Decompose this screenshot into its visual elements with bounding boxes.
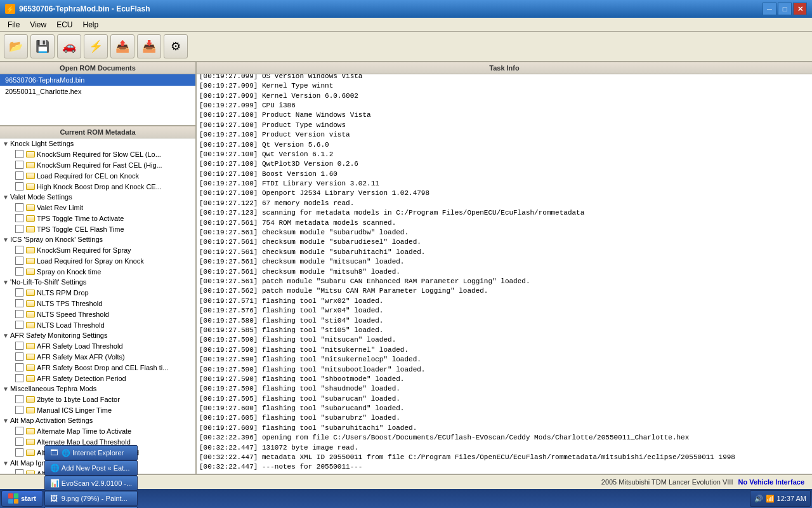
taskbar-item[interactable]: 📊EvoScan v2.9.0100 -...: [44, 476, 138, 491]
rom-item[interactable]: 20550011_Charlotte.hex: [0, 86, 195, 97]
taskbar-item[interactable]: 🌐Add New Post « Eat...: [44, 460, 138, 476]
tree-item-checkbox[interactable]: [15, 352, 23, 361]
tree-item[interactable]: Alternate Map Time to Activate: [0, 425, 195, 436]
log-line: [00:19:27.100] Qwt Version 6.1.2: [199, 150, 809, 159]
upload-icon[interactable]: 📤: [110, 34, 134, 58]
tree-item[interactable]: Valet Rev Limit: [0, 202, 195, 213]
tree-item-checkbox[interactable]: [15, 257, 23, 265]
download-icon[interactable]: 📥: [137, 34, 161, 58]
task-log[interactable]: [00:19:27.099] Logging to file C:/Users/…: [197, 74, 812, 474]
tree-section-header[interactable]: ▼'No-Lift-To-Shift' Settings: [0, 277, 195, 287]
tree-item-checkbox[interactable]: [15, 182, 23, 190]
start-button[interactable]: start: [1, 490, 43, 507]
tree-section: ▼Miscellaneous Tephra Mods2byte to 1byte…: [0, 384, 195, 415]
tree-item-checkbox[interactable]: [15, 310, 23, 318]
tree-item-checkbox[interactable]: [15, 246, 23, 254]
tree-item[interactable]: TPS Toggle Time to Activate: [0, 213, 195, 224]
tree-item-icon: [26, 269, 35, 275]
save-icon[interactable]: 💾: [30, 34, 55, 58]
tree-item-checkbox[interactable]: [15, 171, 23, 180]
car-icon[interactable]: 🚗: [57, 34, 81, 58]
tree-item[interactable]: AFR Safety Max AFR (Volts): [0, 351, 195, 362]
tree-item-checkbox[interactable]: [15, 374, 23, 382]
tree-item-checkbox[interactable]: [15, 150, 23, 158]
menu-item-file[interactable]: File: [3, 19, 25, 30]
minimize-button[interactable]: ─: [763, 3, 776, 15]
tree-item-checkbox[interactable]: [15, 469, 23, 474]
tree-section: ▼'No-Lift-To-Shift' SettingsNLTS RPM Dro…: [0, 277, 195, 330]
flash-icon[interactable]: ⚡: [84, 34, 108, 58]
tree-item[interactable]: NLTS Load Threshold: [0, 319, 195, 330]
tree-section-header[interactable]: ▼Knock Light Settings: [0, 138, 195, 149]
menu-item-view[interactable]: View: [25, 19, 51, 30]
tree-item-checkbox[interactable]: [15, 438, 23, 446]
tree-item-checkbox[interactable]: [15, 342, 23, 350]
maximize-button[interactable]: □: [778, 3, 792, 15]
tree-section-header[interactable]: ▼Alt Map Activation Settings: [0, 415, 195, 425]
metadata-tree[interactable]: ▼Knock Light SettingsKnockSum Required f…: [0, 138, 195, 474]
tree-item-checkbox[interactable]: [15, 161, 23, 169]
tree-item-checkbox[interactable]: [15, 321, 23, 329]
menu-item-ecu[interactable]: ECU: [51, 19, 77, 30]
tree-item-checkbox[interactable]: [15, 363, 23, 371]
tree-item[interactable]: AFR Safety Detection Period: [0, 373, 195, 384]
open-icon[interactable]: 📂: [4, 34, 28, 58]
tree-item-checkbox[interactable]: [15, 267, 23, 276]
tree-item-label: TPS Toggle CEL Flash Time: [37, 225, 124, 233]
log-line: [00:32:22.447] ---notes for 20550011---: [199, 462, 809, 472]
tree-item-label: NLTS RPM Drop: [37, 289, 89, 297]
tree-item[interactable]: NLTS Speed Threshold: [0, 309, 195, 319]
tree-item[interactable]: Spray on Knock time: [0, 266, 195, 277]
log-line: [00:19:27.590] flashing tool "shaudmode"…: [199, 384, 809, 394]
tree-item[interactable]: NLTS RPM Drop: [0, 287, 195, 298]
menu-item-help[interactable]: Help: [77, 19, 103, 30]
tree-section-header[interactable]: ▼Valet Mode Settings: [0, 192, 195, 202]
menubar: FileViewECUHelp: [0, 18, 812, 32]
close-button[interactable]: ✕: [793, 3, 807, 15]
tree-item-checkbox[interactable]: [15, 225, 23, 233]
tree-item-label: Load Required for CEL on Knock: [37, 172, 139, 180]
tree-item-checkbox[interactable]: [15, 406, 23, 414]
tree-section-label: Knock Light Settings: [10, 140, 74, 147]
tree-item[interactable]: KnockSum Required for Slow CEL (Lo...: [0, 149, 195, 159]
tree-item-label: Alternate Map Load Threshold: [37, 438, 131, 446]
log-line: [00:19:27.561] 754 ROM metadata models s…: [199, 218, 809, 228]
tree-item-checkbox[interactable]: [15, 299, 23, 307]
log-line: [00:19:27.585] flashing tool "sti05" loa…: [199, 326, 809, 335]
tree-item-checkbox[interactable]: [15, 203, 23, 211]
log-line: [00:19:27.100] Openport J2534 Library Ve…: [199, 189, 809, 198]
tree-item[interactable]: AFR Safety Load Threshold: [0, 340, 195, 351]
tree-item-icon: [26, 311, 35, 318]
tree-section-label: Valet Mode Settings: [10, 193, 72, 201]
tree-section-header[interactable]: ▼ICS 'Spray on Knock' Settings: [0, 234, 195, 244]
taskbar-item-icon: 🗔: [50, 448, 59, 457]
rom-item[interactable]: 96530706-TephraMod.bin: [0, 74, 195, 86]
tree-item[interactable]: 2byte to 1byte Load Factor: [0, 394, 195, 404]
taskbar-item[interactable]: 🗔🌐 Internet Explorer: [44, 445, 138, 460]
task-info-header: Task Info: [197, 62, 812, 74]
tree-item[interactable]: Load Required for Spray on Knock: [0, 255, 195, 266]
tree-item[interactable]: TPS Toggle CEL Flash Time: [0, 224, 195, 234]
tree-item-label: High Knock Boost Drop and Knock CE...: [37, 183, 162, 190]
tree-item[interactable]: KnockSum Required for Spray: [0, 244, 195, 255]
tree-item[interactable]: NLTS TPS Threshold: [0, 298, 195, 309]
tree-item-checkbox[interactable]: [15, 395, 23, 403]
tree-item-checkbox[interactable]: [15, 448, 23, 457]
log-line: [00:19:27.099] CPU i386: [199, 101, 809, 110]
tree-section-header[interactable]: ▼AFR Safety Monitoring Settings: [0, 330, 195, 340]
tree-item-icon: [26, 290, 35, 296]
tree-item[interactable]: Load Required for CEL on Knock: [0, 170, 195, 181]
taskbar-item[interactable]: 🖼9.png (79%) - Paint...: [44, 491, 138, 506]
tree-item-checkbox[interactable]: [15, 214, 23, 222]
tree-section-header[interactable]: ▼Miscellaneous Tephra Mods: [0, 384, 195, 394]
tree-item[interactable]: High Knock Boost Drop and Knock CE...: [0, 181, 195, 192]
settings-icon[interactable]: ⚙: [164, 34, 188, 58]
taskbar-item-icon: 🌐: [50, 464, 59, 472]
tree-item-icon: [26, 162, 35, 168]
tree-item[interactable]: AFR Safety Boost Drop and CEL Flash ti..…: [0, 362, 195, 373]
tree-item[interactable]: KnockSum Required for Fast CEL (Hig...: [0, 159, 195, 170]
tree-item-checkbox[interactable]: [15, 288, 23, 297]
taskbar-tray: 🔊 📶 12:37 AM: [750, 490, 811, 507]
tree-item-checkbox[interactable]: [15, 427, 23, 435]
tree-item[interactable]: Manual ICS Linger Time: [0, 404, 195, 415]
